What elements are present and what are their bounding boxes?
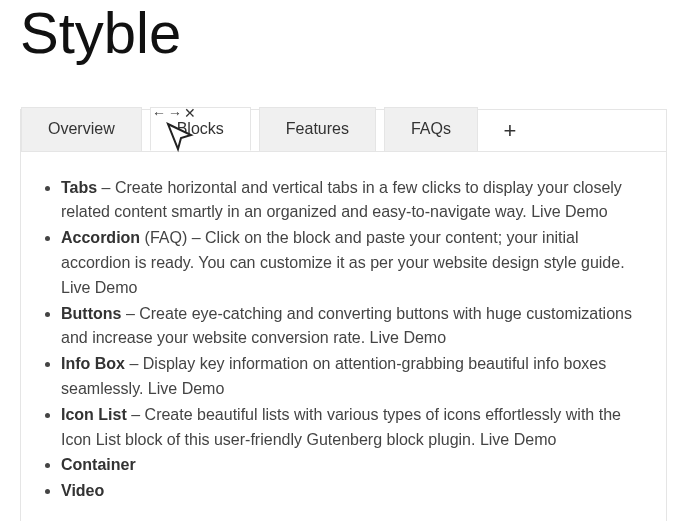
list-item: Tabs – Create horizontal and vertical ta… <box>61 176 648 226</box>
item-desc: (FAQ) – Click on the block and paste you… <box>61 229 625 296</box>
item-title: Tabs <box>61 179 97 196</box>
list-item: Info Box – Display key information on at… <box>61 352 648 402</box>
list-item: Icon List – Create beautiful lists with … <box>61 403 648 453</box>
list-item: Accordion (FAQ) – Click on the block and… <box>61 226 648 300</box>
tabs-block: Overview Blocks Features FAQs + Tabs – C… <box>20 109 667 521</box>
item-title: Icon List <box>61 406 127 423</box>
list-item: Buttons – Create eye-catching and conver… <box>61 302 648 352</box>
item-desc: – Display key information on attention-g… <box>61 355 606 397</box>
item-desc: – Create beautiful lists with various ty… <box>61 406 621 448</box>
item-desc: – Create horizontal and vertical tabs in… <box>61 179 622 221</box>
list-item: Container <box>61 453 648 478</box>
page-title: Styble <box>0 0 687 67</box>
item-title: Buttons <box>61 305 121 322</box>
list-item: Video <box>61 479 648 504</box>
tab-features[interactable]: Features <box>259 107 376 151</box>
item-title: Accordion <box>61 229 140 246</box>
tab-blocks[interactable]: Blocks <box>150 107 251 151</box>
tabs-bar: Overview Blocks Features FAQs + <box>21 110 666 152</box>
tab-overview[interactable]: Overview <box>21 107 142 151</box>
blocks-list: Tabs – Create horizontal and vertical ta… <box>39 176 648 504</box>
item-title: Video <box>61 482 104 499</box>
item-title: Container <box>61 456 136 473</box>
tab-content-blocks: Tabs – Create horizontal and vertical ta… <box>21 151 666 521</box>
item-title: Info Box <box>61 355 125 372</box>
tab-faqs[interactable]: FAQs <box>384 107 478 151</box>
add-tab-button[interactable]: + <box>486 110 534 152</box>
item-desc: – Create eye-catching and converting but… <box>61 305 632 347</box>
